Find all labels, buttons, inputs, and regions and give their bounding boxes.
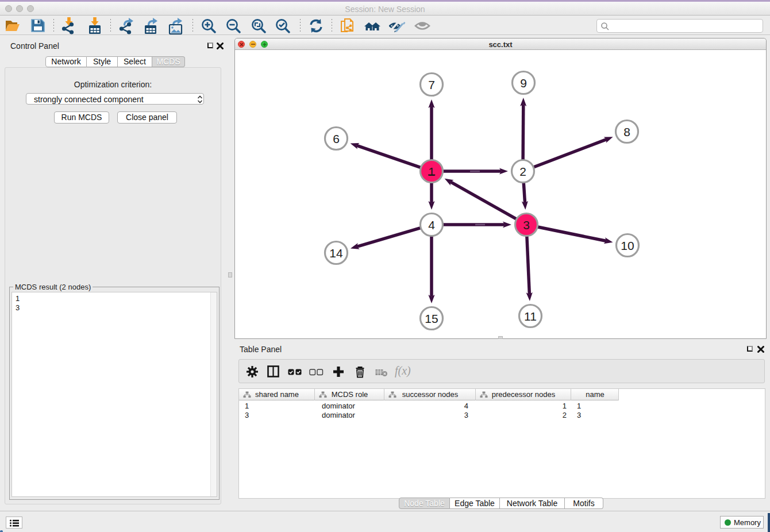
svg-text:9: 9 (520, 76, 527, 90)
svg-text:7: 7 (428, 78, 435, 91)
svg-text:4: 4 (428, 218, 435, 232)
svg-text:1: 1 (428, 165, 435, 178)
svg-text:6: 6 (333, 132, 340, 145)
svg-text:2: 2 (519, 165, 526, 178)
svg-text:11: 11 (524, 310, 537, 323)
svg-text:10: 10 (621, 239, 634, 252)
svg-text:14: 14 (329, 246, 343, 260)
svg-text:3: 3 (523, 218, 530, 232)
svg-text:8: 8 (623, 125, 630, 138)
svg-text:15: 15 (425, 312, 438, 325)
